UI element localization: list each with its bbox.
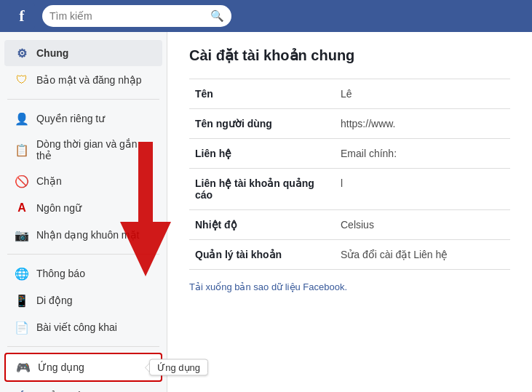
page-title: Cài đặt tài khoản chung — [189, 47, 510, 64]
sidebar-item-qc[interactable]: fQuảng cáo — [4, 383, 162, 392]
icon-bai: 📄 — [15, 320, 29, 335]
settings-key-5: Quản lý tài khoản — [189, 240, 335, 270]
sidebar-item-thong[interactable]: 🌐Thông báo — [4, 260, 162, 287]
sidebar-label-baomat: Bảo mật và đăng nhập — [36, 74, 142, 86]
settings-value-0: Lê — [335, 79, 510, 109]
search-button[interactable]: 🔍 — [210, 9, 224, 23]
settings-value-1: https://www. — [335, 109, 510, 139]
icon-chan: 🚫 — [15, 174, 29, 188]
sidebar-item-ung[interactable]: 🎮Ứng dụngỨng dụng — [4, 353, 162, 382]
icon-ngon: A — [15, 201, 29, 215]
sidebar-item-ngon[interactable]: ANgôn ngữ — [4, 195, 162, 221]
sidebar-divider-12 — [7, 346, 159, 347]
sidebar-item-baomat[interactable]: 🛡Bảo mật và đăng nhập — [4, 67, 162, 93]
sidebar-item-bai[interactable]: 📄Bài viết công khai — [4, 314, 162, 340]
icon-nhan: 📷 — [15, 228, 29, 242]
settings-row-0: TênLê — [189, 79, 510, 109]
sidebar-label-di: Di động — [36, 295, 72, 306]
icon-quyen: 👤 — [15, 111, 29, 126]
sidebar-label-chung: Chung — [36, 47, 68, 59]
settings-row-3: Liên hệ tài khoản quảng cáol — [189, 169, 510, 210]
sidebar-label-ung: Ứng dụng — [38, 361, 84, 373]
download-link[interactable]: Tải xuống bản sao dữ liệu Facebook. — [189, 281, 510, 292]
settings-key-4: Nhiệt độ — [189, 210, 335, 240]
settings-value-5: Sửa đổi cài đặt Liên hệ — [335, 240, 510, 270]
settings-table: TênLêTên người dùnghttps://www.Liên hệEm… — [189, 79, 510, 270]
settings-value-3: l — [335, 169, 510, 210]
sidebar-item-dong[interactable]: 📋Dòng thời gian và gắn thẻ — [4, 132, 162, 167]
icon-di: 📱 — [15, 293, 29, 308]
sidebar-label-thong: Thông báo — [36, 268, 85, 279]
icon-ung: 🎮 — [16, 360, 31, 375]
sidebar-item-chan[interactable]: 🚫Chặn — [4, 168, 162, 194]
settings-row-1: Tên người dùnghttps://www. — [189, 109, 510, 139]
icon-dong: 📋 — [15, 143, 29, 157]
main-content: Cài đặt tài khoản chung TênLêTên người d… — [167, 32, 532, 392]
icon-qc: f — [15, 388, 29, 392]
sidebar-label-bai: Bài viết công khai — [36, 321, 117, 333]
header: f 🔍 — [0, 0, 532, 32]
search-bar[interactable]: 🔍 — [42, 5, 231, 27]
icon-chung: ⚙ — [15, 46, 29, 60]
search-input[interactable] — [49, 10, 210, 22]
sidebar-item-quyen[interactable]: 👤Quyền riêng tư — [4, 105, 162, 132]
sidebar-label-chan: Chặn — [36, 175, 62, 187]
settings-key-2: Liên hệ — [189, 139, 335, 169]
tooltip-ung: Ứng dụng — [149, 359, 208, 376]
settings-row-4: Nhiệt độCelsius — [189, 210, 510, 240]
settings-key-1: Tên người dùng — [189, 109, 335, 139]
settings-row-5: Quản lý tài khoảnSửa đổi cài đặt Liên hệ — [189, 240, 510, 270]
settings-value-4: Celsius — [335, 210, 510, 240]
sidebar-item-chung[interactable]: ⚙Chung — [4, 40, 162, 66]
sidebar-label-quyen: Quyền riêng tư — [36, 113, 105, 124]
sidebar-label-dong: Dòng thời gian và gắn thẻ — [36, 138, 152, 161]
sidebar: ⚙Chung🛡Bảo mật và đăng nhập👤Quyền riêng … — [0, 32, 167, 392]
settings-value-2: Email chính: — [335, 139, 510, 169]
settings-row-2: Liên hệEmail chính: — [189, 139, 510, 169]
sidebar-divider-2 — [7, 99, 159, 100]
settings-key-3: Liên hệ tài khoản quảng cáo — [189, 169, 335, 210]
icon-thong: 🌐 — [15, 266, 29, 281]
sidebar-item-di[interactable]: 📱Di động — [4, 287, 162, 313]
icon-baomat: 🛡 — [15, 73, 29, 87]
sidebar-label-ngon: Ngôn ngữ — [36, 202, 82, 214]
settings-key-0: Tên — [189, 79, 335, 109]
sidebar-item-nhan[interactable]: 📷Nhận dạng khuôn mặt — [4, 222, 162, 248]
sidebar-divider-8 — [7, 254, 159, 255]
main-layout: ⚙Chung🛡Bảo mật và đăng nhập👤Quyền riêng … — [0, 32, 532, 392]
facebook-logo: f — [9, 3, 35, 29]
sidebar-label-nhan: Nhận dạng khuôn mặt — [36, 229, 139, 241]
